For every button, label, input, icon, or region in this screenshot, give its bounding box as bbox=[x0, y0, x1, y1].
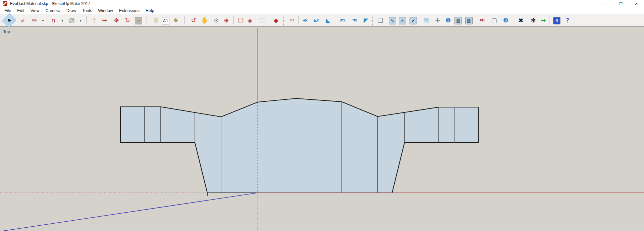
menu-file[interactable]: File bbox=[1, 7, 14, 14]
red-tool-question-tool[interactable]: ✐? bbox=[287, 15, 297, 26]
zoom-tool[interactable]: ⊙ bbox=[211, 15, 221, 26]
viewport[interactable]: Top bbox=[0, 27, 644, 231]
blue-axis bbox=[0, 193, 257, 231]
toolbar-separator bbox=[233, 16, 234, 24]
toolbar-grip bbox=[283, 16, 284, 25]
arc-tool[interactable]: ∩ bbox=[48, 15, 58, 26]
model-canvas bbox=[0, 27, 644, 231]
menu-help[interactable]: Help bbox=[143, 7, 157, 14]
eraser-tool[interactable]: ▰ bbox=[16, 14, 29, 27]
title-bar: EvoDashMaterial.skp - SketchUp Make 2017… bbox=[0, 0, 644, 7]
blue-tile-check-tool[interactable]: ✔ bbox=[410, 17, 417, 24]
blue-cube-numbers-tool[interactable]: ❸ bbox=[501, 15, 511, 26]
toolbar-separator bbox=[86, 16, 87, 24]
window-controls: — ❐ ✕ bbox=[598, 0, 644, 7]
line-tool-dropdown[interactable]: ▾ bbox=[41, 19, 45, 23]
follow-me-tool[interactable]: ➥ bbox=[100, 15, 110, 26]
blue-x-tool[interactable]: ◥x bbox=[350, 15, 360, 26]
toolbar-separator bbox=[147, 16, 147, 24]
shapes-tool-dropdown[interactable]: ▾ bbox=[78, 19, 83, 23]
black-x-tool[interactable]: ✖ bbox=[516, 15, 526, 26]
tape-measure-tool[interactable]: ✇ bbox=[151, 15, 161, 26]
blue-book-tool[interactable]: ▤ bbox=[421, 15, 431, 26]
toolbar-separator bbox=[549, 16, 549, 24]
blue-quad-tool[interactable]: ◣ bbox=[323, 15, 333, 26]
asterisk-compress-tool[interactable]: ✻ bbox=[528, 15, 538, 26]
minimize-button[interactable]: — bbox=[598, 0, 613, 7]
green-arrow-tool[interactable]: ➡ bbox=[538, 15, 548, 26]
toolbar-separator bbox=[513, 16, 513, 24]
menu-edit[interactable]: Edit bbox=[14, 7, 28, 14]
blue-quad-x-tool[interactable]: ◣x bbox=[311, 15, 321, 26]
text-tool[interactable]: A1 bbox=[162, 17, 169, 24]
help-tool[interactable]: ? bbox=[562, 15, 573, 26]
toolbar-separator bbox=[269, 16, 269, 24]
window-title: EvoDashMaterial.skp - SketchUp Make 2017 bbox=[10, 1, 90, 6]
blue-tray-figure-tool[interactable]: ✍ bbox=[399, 17, 406, 24]
red-gem-tool[interactable]: ◆ bbox=[271, 15, 281, 26]
blue-arrow-x-tool[interactable]: ◀x bbox=[300, 15, 310, 26]
toolbar-separator bbox=[335, 16, 335, 24]
orbit-tool[interactable]: ↺ bbox=[189, 15, 199, 26]
gray-page-tool-disabled[interactable]: ❐ bbox=[257, 15, 267, 26]
arc-tool-dropdown[interactable]: ▾ bbox=[60, 19, 64, 23]
close-button[interactable]: ✕ bbox=[629, 0, 644, 7]
menu-bar: File Edit View Camera Draw Tools Window … bbox=[0, 7, 644, 14]
restore-button[interactable]: ❐ bbox=[613, 0, 629, 7]
view-label: Top bbox=[3, 29, 10, 34]
toolbar-separator bbox=[184, 16, 185, 24]
blue-wedge-one-tool[interactable]: ❶ bbox=[443, 15, 453, 26]
toolbar-grip bbox=[372, 16, 373, 25]
push-pull-tool[interactable]: ⇧ bbox=[90, 15, 100, 26]
scale-tool[interactable]: ↗ bbox=[135, 17, 142, 24]
red-box-arrow-tool[interactable]: ❒ bbox=[236, 15, 246, 26]
shapes-tool[interactable]: ▧ bbox=[67, 15, 77, 26]
paint-bucket-tool[interactable]: ❖ bbox=[171, 15, 181, 26]
folder-tool[interactable]: ❏ bbox=[375, 15, 385, 26]
toolbar-grip bbox=[1, 16, 1, 25]
blue-dish-tool-a[interactable]: ▨ bbox=[454, 17, 462, 24]
crosshair-tool[interactable]: ✛ bbox=[433, 15, 443, 26]
pan-tool[interactable]: ✋ bbox=[200, 15, 210, 26]
menu-tools[interactable]: Tools bbox=[79, 7, 95, 14]
menu-window[interactable]: Window bbox=[95, 7, 116, 14]
red-gem-clock-tool[interactable]: ◈ bbox=[245, 15, 255, 26]
menu-view[interactable]: View bbox=[28, 7, 43, 14]
red-chip-pb-tool[interactable]: PB bbox=[477, 15, 487, 26]
line-tool[interactable]: ✏ bbox=[30, 15, 40, 26]
blue-dish-tool-b[interactable]: ▧ bbox=[465, 17, 473, 24]
model-face[interactable] bbox=[120, 98, 478, 193]
blue-cursor-x-tool[interactable]: ◤x bbox=[338, 15, 348, 26]
menu-draw[interactable]: Draw bbox=[63, 7, 79, 14]
select-tool[interactable]: ➤ bbox=[2, 13, 16, 28]
move-tool[interactable]: ✥ bbox=[111, 15, 121, 26]
menu-extensions[interactable]: Extensions bbox=[116, 7, 143, 14]
app-icon[interactable] bbox=[3, 1, 7, 6]
toolbar: ➤▰✏▾∩▾▧▾⇧➥✥↻↗✇A1❖↺✋⊙⊕❒◈❐◆✐?◀x◣x◣◤x◥x◤❏✎✍… bbox=[0, 14, 644, 27]
blue-tray-pencil-tool[interactable]: ✎ bbox=[389, 17, 396, 24]
selection-rect-tool[interactable]: ▢ bbox=[489, 15, 499, 26]
blue-b-tool[interactable]: B bbox=[553, 17, 560, 24]
blue-plain-quad-tool[interactable]: ◤ bbox=[361, 15, 371, 26]
toolbar-separator bbox=[575, 16, 575, 24]
toolbar-separator bbox=[298, 16, 299, 24]
zoom-extents-tool[interactable]: ⊕ bbox=[221, 15, 231, 26]
menu-camera[interactable]: Camera bbox=[43, 7, 63, 14]
rotate-tool[interactable]: ↻ bbox=[122, 15, 132, 26]
